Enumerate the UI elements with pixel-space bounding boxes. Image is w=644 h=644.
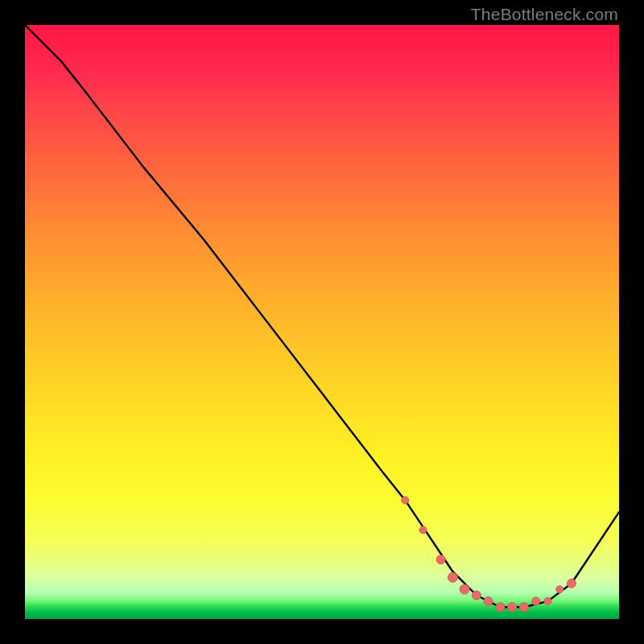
- curve-marker: [484, 597, 493, 605]
- curve-marker: [436, 555, 445, 564]
- curve-marker: [532, 597, 540, 605]
- curve-marker: [460, 584, 469, 594]
- curve-marker: [472, 591, 481, 600]
- curve-marker: [402, 497, 409, 504]
- curve-marker: [519, 603, 528, 612]
- curve-marker: [508, 603, 517, 612]
- curve-markers: [402, 497, 576, 612]
- curve-marker: [544, 597, 551, 605]
- bottleneck-curve: [25, 25, 619, 607]
- curve-marker: [567, 579, 576, 588]
- curve-marker: [496, 603, 505, 612]
- chart-frame: TheBottleneck.com: [0, 0, 644, 644]
- curve-marker: [556, 586, 564, 593]
- curve-marker: [419, 526, 427, 534]
- chart-overlay: [25, 25, 619, 619]
- watermark-text: TheBottleneck.com: [471, 5, 618, 24]
- curve-marker: [448, 572, 457, 582]
